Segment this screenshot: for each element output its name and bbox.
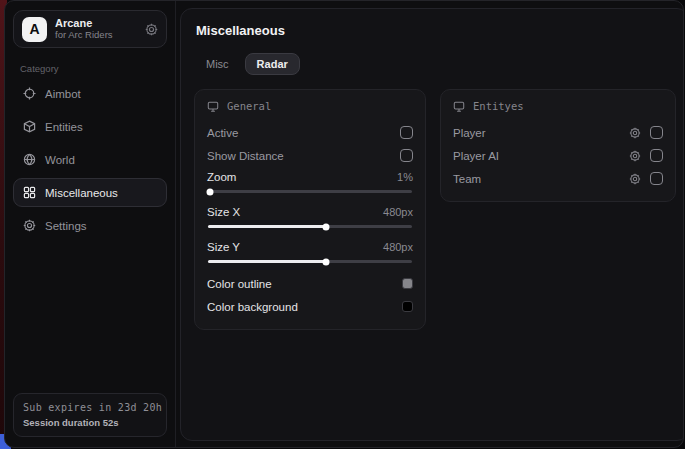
general-card: General Active Show Distance Zoom 1% [194,89,426,330]
tab-bar: Misc Radar [194,53,676,75]
panel-icon [207,100,219,112]
page-title: Miscellaneous [196,23,676,38]
crosshair-icon [23,87,36,100]
main-panel: Miscellaneous Misc Radar General [180,8,684,441]
team-checkbox[interactable] [650,172,663,185]
entity-row-player-ai: Player AI [453,144,663,167]
setting-label: Color outline [207,278,272,290]
sidebar-item-miscellaneous[interactable]: Miscellaneous [13,178,167,207]
sidebar: A Arcane for Arc Riders Category Aimbot [5,1,176,447]
gear-icon[interactable] [629,150,641,162]
setting-label: Zoom [207,171,236,183]
setting-row-show-distance: Show Distance [207,144,413,167]
slider-thumb[interactable] [207,188,214,195]
setting-row-active: Active [207,121,413,144]
setting-label: Show Distance [207,150,284,162]
slider-thumb[interactable] [323,223,330,230]
app-logo: A [22,17,47,42]
entities-card-header: Entityes [453,100,663,112]
sidebar-item-label: Miscellaneous [45,187,118,199]
cards-row: General Active Show Distance Zoom 1% [194,89,676,330]
tab-misc[interactable]: Misc [194,53,241,75]
tab-radar[interactable]: Radar [245,53,300,75]
player-checkbox[interactable] [650,126,663,139]
sidebar-item-entities[interactable]: Entities [13,112,167,141]
gear-icon[interactable] [145,23,158,36]
globe-icon [23,153,36,166]
entities-card-title: Entityes [473,100,524,112]
general-card-header: General [207,100,413,112]
setting-row-zoom: Zoom 1% [207,167,413,187]
app-meta: Arcane for Arc Riders [55,17,113,41]
gear-icon[interactable] [629,127,641,139]
grid-icon [23,186,36,199]
player-ai-checkbox[interactable] [650,149,663,162]
category-label: Category [20,63,167,74]
gear-icon [23,219,36,232]
sidebar-item-world[interactable]: World [13,145,167,174]
setting-row-color-background: Color background [207,295,413,318]
monitor-icon [453,100,465,112]
entity-label: Player AI [453,150,499,162]
app-name: Arcane [55,17,113,30]
entity-label: Player [453,127,486,139]
app-window: A Arcane for Arc Riders Category Aimbot [4,0,684,448]
setting-label: Color background [207,301,298,313]
setting-label: Size Y [207,241,240,253]
sidebar-item-label: World [45,154,75,166]
app-header-card: A Arcane for Arc Riders [13,10,167,48]
general-card-title: General [227,100,271,112]
slider-fill [208,225,326,228]
sidebar-item-label: Entities [45,121,83,133]
sidebar-item-label: Settings [45,220,87,232]
slider-fill [208,260,326,263]
sidebar-item-label: Aimbot [45,88,81,100]
subscription-card: Sub expires in 23d 20h Session duration … [13,393,167,437]
active-checkbox[interactable] [400,126,413,139]
setting-label: Size X [207,206,240,218]
show-distance-checkbox[interactable] [400,149,413,162]
entity-row-team: Team [453,167,663,190]
gear-icon[interactable] [629,173,641,185]
size-x-value: 480px [383,206,413,218]
slider-thumb[interactable] [323,258,330,265]
setting-row-size-y: Size Y 480px [207,237,413,257]
session-duration-text: Session duration 52s [23,417,157,428]
entity-label: Team [453,173,481,185]
zoom-slider[interactable] [208,190,412,193]
setting-row-color-outline: Color outline [207,272,413,295]
sub-expiry-text: Sub expires in 23d 20h [23,402,157,413]
size-y-slider[interactable] [208,260,412,263]
main-content: Miscellaneous Misc Radar General [176,1,684,447]
size-x-slider[interactable] [208,225,412,228]
entity-row-player: Player [453,121,663,144]
entities-card: Entityes Player [440,89,676,202]
color-background-swatch[interactable] [402,301,413,312]
size-y-value: 480px [383,241,413,253]
app-subtitle: for Arc Riders [55,30,113,41]
setting-row-size-x: Size X 480px [207,202,413,222]
entities-icon [23,120,36,133]
sidebar-item-settings[interactable]: Settings [13,211,167,240]
zoom-value: 1% [397,171,413,183]
setting-label: Active [207,127,238,139]
color-outline-swatch[interactable] [402,278,413,289]
sidebar-item-aimbot[interactable]: Aimbot [13,79,167,108]
